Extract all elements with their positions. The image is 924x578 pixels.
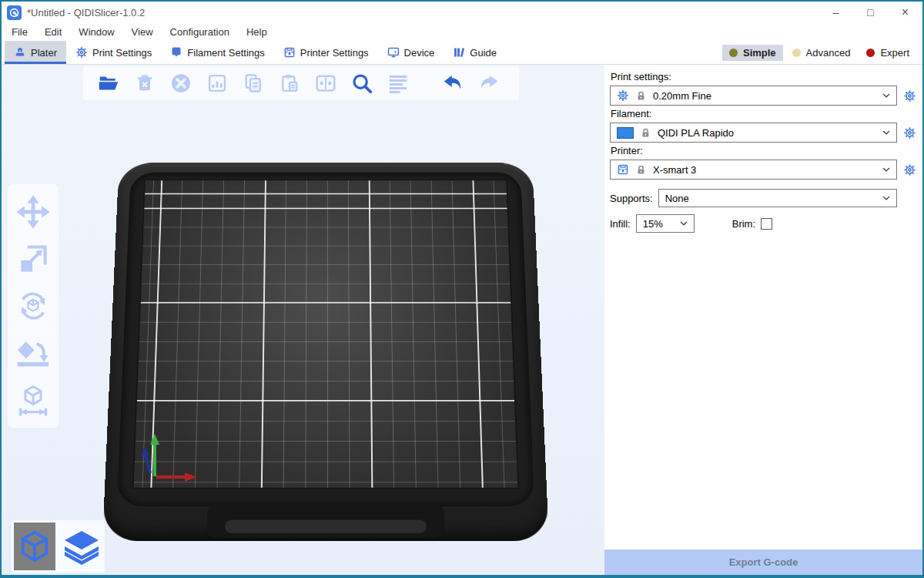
expert-dot-icon	[866, 49, 875, 57]
lock-icon	[635, 164, 647, 176]
filament-label: Filament:	[611, 108, 917, 119]
tab-label: Guide	[470, 47, 497, 59]
tab-label: Device	[404, 47, 435, 59]
menu-configuration[interactable]: Configuration	[162, 26, 238, 38]
infill-value: 15%	[643, 218, 663, 230]
supports-value: None	[665, 193, 689, 204]
mode-expert[interactable]: Expert	[859, 45, 916, 61]
filament-gear-button[interactable]	[902, 125, 917, 140]
redo-icon[interactable]	[473, 69, 505, 98]
mode-label: Expert	[880, 47, 909, 59]
device-icon	[387, 46, 400, 59]
view-toggle	[12, 520, 105, 573]
brim-label: Brim:	[732, 218, 755, 230]
mode-advanced[interactable]: Advanced	[785, 45, 858, 61]
guide-icon	[453, 46, 465, 59]
mode-simple[interactable]: Simple	[722, 45, 783, 61]
print-settings-label: Print settings:	[611, 71, 917, 82]
printer-label: Printer:	[611, 145, 917, 156]
layer-lines-icon[interactable]	[382, 69, 414, 98]
printer-gear-button[interactable]	[902, 162, 917, 177]
simple-dot-icon	[729, 49, 738, 57]
menu-file[interactable]: File	[3, 26, 36, 38]
tab-filament-settings[interactable]: Filament Settings	[161, 41, 273, 64]
rotate-icon[interactable]	[15, 287, 52, 324]
tab-bar: Plater Print Settings Filament Settings …	[2, 41, 922, 65]
paste-icon[interactable]	[273, 69, 306, 98]
chevron-down-icon	[882, 130, 890, 135]
printer-select[interactable]: X-smart 3	[610, 160, 897, 180]
move-icon[interactable]	[15, 193, 52, 230]
tab-printer-settings[interactable]: Printer Settings	[274, 41, 378, 64]
top-toolbar	[83, 66, 519, 100]
arrange-icon[interactable]	[201, 69, 233, 98]
mode-label: Simple	[743, 47, 776, 59]
filament-color-swatch	[617, 127, 634, 139]
filament-select[interactable]: QIDI PLA Rapido	[610, 123, 897, 143]
gear-icon	[617, 89, 629, 102]
print-settings-gear-button[interactable]	[902, 88, 917, 103]
window-title: *Untitled - QIDISlicer-1.0.2	[27, 7, 145, 18]
tab-print-settings[interactable]: Print Settings	[66, 41, 161, 64]
size-icon[interactable]	[15, 381, 52, 418]
maximize-button[interactable]: □	[853, 2, 888, 23]
side-toolbar	[8, 184, 59, 428]
search-icon[interactable]	[346, 69, 378, 98]
brim-checkbox[interactable]	[761, 218, 772, 230]
menu-window[interactable]: Window	[70, 26, 122, 38]
split-objects-icon[interactable]	[310, 69, 342, 98]
trash-icon[interactable]	[129, 69, 161, 98]
menu-bar: File Edit Window View Configuration Help	[2, 23, 922, 41]
export-gcode-button[interactable]: Export G-code	[604, 549, 922, 575]
lock-icon	[640, 127, 651, 139]
app-window: *Untitled - QIDISlicer-1.0.2 – □ × File …	[0, 0, 924, 578]
delete-all-icon[interactable]	[165, 69, 197, 98]
scale-icon[interactable]	[15, 240, 52, 277]
axes-indicator	[137, 432, 202, 482]
gear-icon	[75, 46, 88, 59]
tab-label: Print Settings	[92, 47, 152, 59]
settings-panel: Print settings: 0.20mm Fine Filament:	[604, 65, 922, 575]
tab-plater[interactable]: Plater	[5, 41, 66, 64]
close-button[interactable]: ×	[888, 2, 922, 23]
tab-label: Printer Settings	[300, 47, 369, 59]
chevron-down-icon	[882, 93, 890, 98]
menu-edit[interactable]: Edit	[36, 26, 70, 38]
printer-value: X-smart 3	[653, 164, 696, 176]
tab-label: Plater	[31, 47, 57, 59]
filament-icon	[170, 46, 182, 59]
chevron-down-icon	[680, 221, 688, 226]
print-settings-select[interactable]: 0.20mm Fine	[610, 86, 897, 106]
layers-icon[interactable]	[61, 523, 102, 570]
menu-help[interactable]: Help	[238, 26, 276, 38]
copy-icon[interactable]	[237, 69, 270, 98]
printer-icon	[283, 46, 296, 59]
plater-icon	[14, 46, 26, 59]
undo-icon[interactable]	[437, 69, 469, 98]
chevron-down-icon	[882, 167, 890, 172]
print-settings-value: 0.20mm Fine	[653, 90, 711, 102]
menu-view[interactable]: View	[123, 26, 162, 38]
tab-device[interactable]: Device	[378, 41, 444, 64]
advanced-dot-icon	[792, 49, 801, 57]
viewport-3d[interactable]	[2, 65, 604, 575]
mode-switcher: Simple Advanced Expert	[722, 41, 922, 64]
lock-icon	[635, 90, 647, 102]
bed-handle	[206, 503, 445, 538]
supports-label: Supports:	[610, 193, 653, 204]
supports-select[interactable]: None	[658, 189, 897, 207]
chevron-down-icon	[882, 196, 890, 200]
place-on-face-icon[interactable]	[15, 334, 52, 371]
filament-value: QIDI PLA Rapido	[658, 127, 734, 139]
title-bar: *Untitled - QIDISlicer-1.0.2 – □ ×	[2, 2, 922, 23]
mode-label: Advanced	[806, 47, 851, 59]
folder-open-icon[interactable]	[92, 69, 125, 98]
tab-label: Filament Settings	[187, 47, 264, 59]
tab-guide[interactable]: Guide	[444, 41, 506, 64]
printer-icon	[617, 163, 629, 176]
cube-icon[interactable]	[14, 523, 55, 570]
minimize-button[interactable]: –	[819, 2, 853, 23]
infill-label: Infill:	[610, 218, 631, 230]
infill-select[interactable]: 15%	[636, 214, 695, 233]
app-logo-icon	[7, 5, 22, 20]
